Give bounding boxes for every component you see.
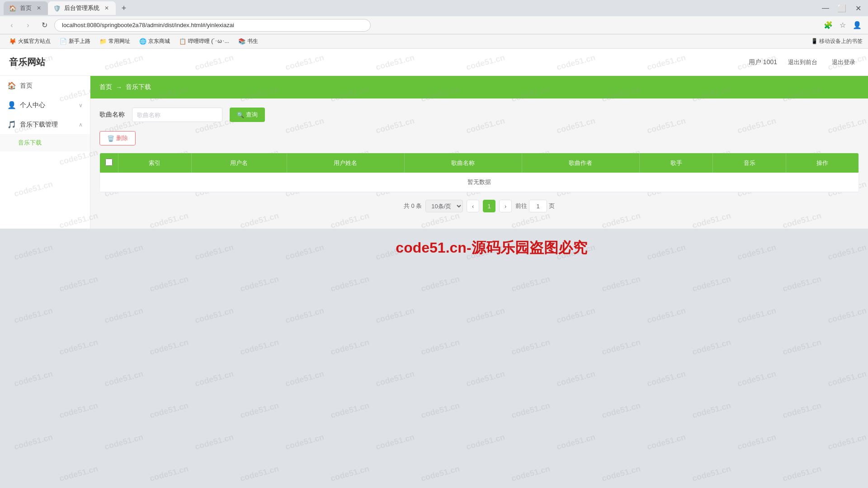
- bookmark-icon[interactable]: ☆: [837, 20, 848, 31]
- tab-admin-label: 后台管理系统: [64, 4, 99, 12]
- exit-to-front-button[interactable]: 退出到前台: [784, 56, 821, 68]
- bookmark-bilibili[interactable]: 📋 哔哩哔哩 (´･ω･...: [175, 37, 233, 46]
- bookmark-sites[interactable]: 📁 常用网址: [96, 37, 134, 46]
- page-jump-suffix: 页: [549, 202, 555, 210]
- table-header-song-author: 歌曲作者: [522, 153, 639, 173]
- delete-button-label: 删除: [116, 134, 128, 142]
- forward-button[interactable]: ›: [22, 19, 34, 32]
- table-header-actions: 操作: [786, 153, 859, 173]
- breadcrumb-home-link[interactable]: 首页: [99, 83, 112, 91]
- data-table: 索引 用户名 用户姓名 歌曲名称: [100, 153, 859, 192]
- delete-button[interactable]: 🗑️ 删除: [99, 131, 136, 145]
- select-all-checkbox[interactable]: [105, 159, 113, 166]
- table-header-user-realname: 用户姓名: [287, 153, 404, 173]
- table-header-index: 索引: [118, 153, 191, 173]
- profile-arrow-icon: ∨: [79, 102, 83, 108]
- bookmark-jd[interactable]: 🌐 京东商城: [136, 37, 174, 46]
- app-body: 🏠 首页 👤 个人中心 ∨ 🎵 音乐下载管理 ∧ 音乐下载: [0, 76, 868, 229]
- bookmark-sites-icon: 📁: [99, 38, 107, 45]
- bookmark-shusheng-label: 书生: [247, 38, 258, 45]
- page-1-button[interactable]: 1: [483, 200, 495, 212]
- bookmark-bilibili-icon: 📋: [179, 38, 186, 45]
- sidebar-item-music-mgmt-label: 音乐下载管理: [20, 121, 58, 129]
- table-no-data-row: 暂无数据: [100, 173, 859, 192]
- table-header-checkbox[interactable]: [100, 153, 118, 173]
- mobile-bookmarks[interactable]: 📱 移动设备上的书签: [811, 38, 863, 45]
- window-minimize-button[interactable]: —: [819, 2, 832, 14]
- tab-homepage-favicon: 🏠: [9, 5, 16, 12]
- page-jump-input[interactable]: [529, 200, 547, 212]
- breadcrumb-current: 音乐下载: [126, 83, 151, 91]
- tab-homepage[interactable]: 🏠 首页 ✕: [4, 1, 48, 15]
- main-content: 首页 → 音乐下载 歌曲名称 🔍 查询: [90, 76, 868, 229]
- bookmark-newbie[interactable]: 📄 新手上路: [56, 37, 94, 46]
- search-label: 歌曲名称: [99, 111, 125, 119]
- logout-button[interactable]: 退出登录: [828, 56, 859, 68]
- music-mgmt-arrow-icon: ∧: [79, 122, 83, 128]
- bookmark-jd-icon: 🌐: [139, 38, 146, 45]
- window-maximize-button[interactable]: ⬜: [835, 2, 848, 14]
- address-bar-right: 🧩 ☆ 👤: [823, 20, 863, 31]
- table-header-song-name: 歌曲名称: [404, 153, 522, 173]
- no-data-cell: 暂无数据: [100, 173, 859, 192]
- sidebar-sub-item-music-download-label: 音乐下载: [18, 139, 42, 147]
- prev-page-icon: ‹: [472, 203, 474, 210]
- bookmark-shusheng-icon: 📚: [238, 38, 245, 45]
- table-header-music: 音乐: [713, 153, 786, 173]
- window-controls: — ⬜ ✕: [819, 2, 864, 14]
- tab-homepage-label: 首页: [20, 4, 32, 12]
- search-icon: 🔍: [237, 112, 244, 118]
- profile-icon: 👤: [7, 101, 16, 109]
- delete-icon: 🗑️: [107, 135, 114, 142]
- new-tab-button[interactable]: +: [118, 2, 130, 14]
- table-body: 暂无数据: [100, 173, 859, 192]
- tab-admin-favicon: 🛡️: [53, 5, 61, 12]
- app-wrapper: 音乐网站 用户 1001 退出到前台 退出登录 🏠 首页 👤 个人中心 ∨: [0, 49, 868, 229]
- back-button[interactable]: ‹: [5, 19, 18, 32]
- search-button[interactable]: 🔍 查询: [230, 108, 265, 122]
- window-close-button[interactable]: ✕: [852, 2, 864, 14]
- sidebar-item-profile[interactable]: 👤 个人中心 ∨: [0, 95, 90, 115]
- next-page-button[interactable]: ›: [499, 200, 512, 212]
- sidebar-item-music-mgmt[interactable]: 🎵 音乐下载管理 ∧: [0, 115, 90, 134]
- tab-admin[interactable]: 🛡️ 后台管理系统 ✕: [48, 1, 116, 15]
- content-area: 歌曲名称 🔍 查询 🗑️ 删除: [90, 99, 868, 229]
- page-jump: 前往 页: [515, 200, 555, 212]
- bookmark-firefox-label: 火狐官方站点: [18, 38, 51, 45]
- account-icon[interactable]: 👤: [852, 20, 863, 31]
- tab-admin-close[interactable]: ✕: [103, 5, 110, 12]
- bookmark-newbie-label: 新手上路: [69, 38, 90, 45]
- sidebar-item-profile-label: 个人中心: [20, 101, 45, 109]
- prev-page-button[interactable]: ‹: [467, 200, 479, 212]
- breadcrumb: 首页 → 音乐下载: [90, 76, 868, 99]
- sidebar-item-home-label: 首页: [20, 82, 33, 90]
- address-bar: ‹ › ↻ 🧩 ☆ 👤: [0, 16, 868, 34]
- tab-bar: 🏠 首页 ✕ 🛡️ 后台管理系统 ✕ + — ⬜ ✕: [0, 0, 868, 16]
- bookmarks-bar: 🦊 火狐官方站点 📄 新手上路 📁 常用网址 🌐 京东商城 📋 哔哩哔哩 (´･…: [0, 34, 868, 49]
- table-header-row: 索引 用户名 用户姓名 歌曲名称: [100, 153, 859, 173]
- search-input[interactable]: [132, 108, 222, 122]
- bookmark-newbie-icon: 📄: [60, 38, 67, 45]
- sidebar: 🏠 首页 👤 个人中心 ∨ 🎵 音乐下载管理 ∧ 音乐下载: [0, 76, 90, 229]
- music-mgmt-icon: 🎵: [7, 120, 16, 129]
- sidebar-item-home[interactable]: 🏠 首页: [0, 76, 90, 95]
- home-icon: 🏠: [7, 81, 16, 90]
- next-page-icon: ›: [505, 203, 506, 210]
- app-header: 音乐网站 用户 1001 退出到前台 退出登录: [0, 49, 868, 76]
- address-input[interactable]: [54, 19, 371, 32]
- header-user-label: 用户 1001: [749, 58, 777, 66]
- bookmark-firefox[interactable]: 🦊 火狐官方站点: [5, 37, 54, 46]
- total-count: 共 0 条: [404, 202, 422, 210]
- extensions-icon[interactable]: 🧩: [823, 20, 834, 31]
- bookmark-shusheng[interactable]: 📚 书生: [235, 37, 262, 46]
- tab-homepage-close[interactable]: ✕: [35, 5, 42, 12]
- app-logo: 音乐网站: [9, 56, 45, 68]
- bookmark-firefox-icon: 🦊: [9, 38, 16, 45]
- search-bar: 歌曲名称 🔍 查询: [99, 108, 859, 122]
- sidebar-sub-item-music-download[interactable]: 音乐下载: [0, 134, 90, 151]
- refresh-button[interactable]: ↻: [38, 19, 51, 32]
- table-header-username: 用户名: [191, 153, 287, 173]
- table-header-singer: 歌手: [640, 153, 713, 173]
- per-page-select[interactable]: 10条/页 20条/页 50条/页: [425, 200, 463, 212]
- breadcrumb-arrow: →: [116, 84, 122, 91]
